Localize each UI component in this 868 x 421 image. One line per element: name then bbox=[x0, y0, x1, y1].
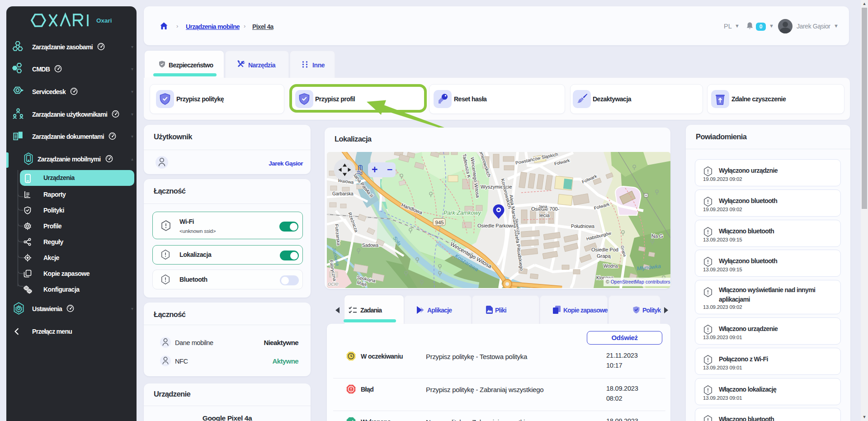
svg-text:Oxari: Oxari bbox=[96, 17, 112, 24]
svg-text:Wodna: Wodna bbox=[604, 264, 618, 269]
svg-text:+: + bbox=[372, 164, 377, 175]
svg-text:Garbarska: Garbarska bbox=[332, 191, 354, 196]
svg-text:Park Zamkowy: Park Zamkowy bbox=[443, 210, 481, 216]
svg-text:Grapą: Grapą bbox=[597, 253, 611, 259]
svg-text:Sadowa: Sadowa bbox=[362, 243, 379, 248]
svg-text:Osiedle Pod: Osiedle Pod bbox=[591, 247, 618, 252]
svg-text:−: − bbox=[387, 164, 392, 175]
svg-text:Osiedle Parkowe: Osiedle Parkowe bbox=[477, 223, 515, 228]
svg-text:© OpenStreetMap contributors: © OpenStreetMap contributors bbox=[606, 279, 670, 284]
svg-text:ocie: ocie bbox=[328, 280, 339, 287]
svg-text:Jana: Jana bbox=[538, 204, 547, 209]
svg-text:Na G: Na G bbox=[651, 233, 663, 239]
svg-text:945: 945 bbox=[435, 220, 444, 225]
svg-text:lecia: lecia bbox=[539, 213, 550, 218]
svg-text:Południowa: Południowa bbox=[571, 224, 594, 229]
